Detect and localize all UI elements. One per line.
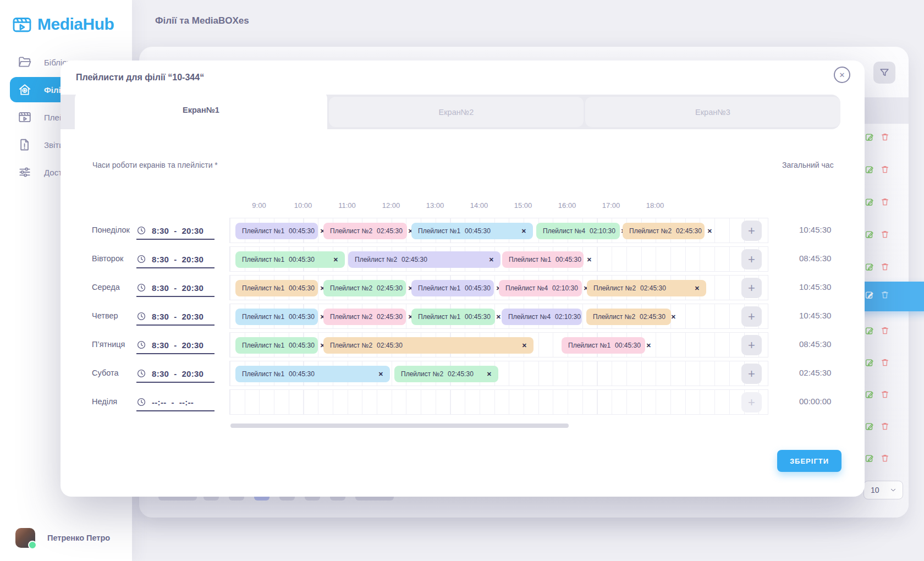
user-profile[interactable]: Петренко Петро [15, 528, 110, 548]
playlist-chip[interactable]: Плейлист №2 02:45:30 ✕ [323, 309, 406, 325]
trash-icon[interactable] [880, 229, 890, 239]
schedule-track: Плейлист №1 00:45:30 ✕ Плейлист №2 02:45… [229, 332, 768, 358]
chip-label: Плейлист №1 [568, 342, 610, 349]
playlist-chip[interactable]: Плейлист №4 02:10:30 ✕ [499, 280, 582, 296]
chip-label: Плейлист №4 [543, 227, 585, 235]
playlist-chip[interactable]: Плейлист №2 02:45:30 ✕ [323, 337, 534, 354]
add-playlist-button[interactable]: + [741, 364, 762, 384]
remove-chip-icon[interactable]: ✕ [491, 314, 501, 321]
add-playlist-button[interactable]: + [741, 221, 762, 241]
chip-label: Плейлист №1 [242, 342, 284, 349]
playlist-chip[interactable]: Плейлист №1 00:45:30 ✕ [235, 309, 318, 325]
playlist-chip[interactable]: Плейлист №4 02:10:30 ✕ [536, 223, 620, 239]
remove-chip-icon[interactable]: ✕ [581, 256, 592, 263]
trash-icon[interactable] [880, 421, 890, 431]
remove-chip-icon[interactable]: ✕ [328, 256, 338, 263]
tab-screen-3[interactable]: Екран№3 [585, 97, 840, 127]
day-total-time: 10:45:30 [799, 282, 831, 292]
report-icon [18, 138, 32, 152]
add-playlist-button[interactable]: + [741, 335, 762, 355]
work-hours-input[interactable]: 8:30 - 20:30 [136, 251, 215, 268]
clock-icon [136, 311, 146, 321]
playlist-chip[interactable]: Плейлист №1 00:45:30 ✕ [411, 309, 495, 325]
remove-chip-icon[interactable]: ✕ [666, 314, 676, 321]
remove-chip-icon[interactable]: ✕ [641, 342, 651, 349]
edit-icon[interactable] [865, 453, 875, 463]
chip-label: Плейлист №2 [330, 227, 372, 235]
remove-chip-icon[interactable]: ✕ [373, 371, 383, 378]
work-hours-input[interactable]: 8:30 - 20:30 [136, 279, 215, 297]
time-axis-label: 10:00 [294, 201, 312, 210]
edit-icon[interactable] [865, 197, 875, 207]
playlist-chip[interactable]: Плейлист №2 02:45:30 ✕ [348, 251, 501, 268]
remove-chip-icon[interactable]: ✕ [481, 371, 492, 378]
playlist-chip[interactable]: Плейлист №1 00:45:30 ✕ [235, 337, 318, 354]
work-hours-input[interactable]: 8:30 - 20:30 [136, 365, 215, 383]
trash-icon[interactable] [880, 389, 890, 399]
playlist-chip[interactable]: Плейлист №1 00:45:30 ✕ [235, 251, 345, 268]
selected-table-row[interactable] [855, 282, 924, 311]
filter-button[interactable] [873, 62, 895, 84]
edit-icon[interactable] [865, 389, 875, 399]
playlist-chip[interactable]: Плейлист №1 00:45:30 ✕ [411, 223, 533, 239]
edit-icon[interactable] [865, 326, 875, 336]
playlist-chip[interactable]: Плейлист №1 00:45:30 ✕ [562, 337, 645, 354]
edit-icon[interactable] [865, 132, 875, 142]
playlist-chip[interactable]: Плейлист №1 00:45:30 ✕ [411, 280, 494, 296]
horizontal-scrollbar[interactable] [230, 424, 569, 428]
trash-icon[interactable] [880, 358, 890, 367]
playlist-chip[interactable]: Плейлист №2 02:45:30 ✕ [323, 280, 406, 296]
modal-title: Плейлисти для філії “10-344“ [76, 73, 204, 82]
work-hours-input[interactable]: --:-- - --:-- [136, 394, 215, 411]
work-hours-input[interactable]: 8:30 - 20:30 [136, 308, 215, 326]
chip-duration: 02:45:30 [448, 370, 474, 378]
trash-icon[interactable] [880, 197, 890, 207]
edit-icon[interactable] [865, 229, 875, 239]
playlist-chip[interactable]: Плейлист №2 02:45:30 ✕ [586, 309, 671, 325]
chip-duration: 02:45:30 [377, 342, 403, 349]
trash-icon[interactable] [880, 326, 890, 336]
add-playlist-button[interactable]: + [741, 306, 762, 327]
work-hours-input[interactable]: 8:30 - 20:30 [136, 337, 215, 354]
close-icon[interactable]: ✕ [834, 67, 850, 83]
work-hours-input[interactable]: 8:30 - 20:30 [136, 222, 215, 240]
edit-icon[interactable] [865, 164, 875, 174]
edit-icon[interactable] [865, 421, 875, 431]
playlist-chip[interactable]: Плейлист №2 02:45:30 ✕ [623, 223, 705, 239]
schedule-track: Плейлист №1 00:45:30 ✕ Плейлист №2 02:45… [229, 246, 768, 272]
trash-icon[interactable] [880, 164, 890, 174]
remove-chip-icon[interactable]: ✕ [516, 342, 527, 349]
edit-icon[interactable] [865, 262, 875, 272]
tab-screen-2[interactable]: Екран№2 [329, 97, 584, 127]
page-title: Філії та MediaBOXes [155, 15, 249, 26]
remove-chip-icon[interactable]: ✕ [516, 228, 526, 235]
trash-icon[interactable] [880, 132, 890, 142]
edit-icon[interactable] [865, 358, 875, 367]
tab-screen-1[interactable]: Екран№1 [75, 90, 327, 129]
chip-label: Плейлист №1 [242, 370, 284, 378]
rows-per-page-select[interactable]: 10 [864, 481, 903, 499]
playlist-chip[interactable]: Плейлист №1 00:45:30 ✕ [235, 280, 318, 296]
add-playlist-button[interactable]: + [741, 249, 762, 270]
playlist-chip[interactable]: Плейлист №1 00:45:30 ✕ [502, 251, 584, 268]
playlist-chip[interactable]: Плейлист №2 02:45:30 ✕ [323, 223, 407, 239]
remove-chip-icon[interactable]: ✕ [483, 256, 494, 263]
edit-icon[interactable] [865, 290, 875, 300]
chip-duration: 02:45:30 [377, 313, 403, 321]
remove-chip-icon[interactable]: ✕ [689, 285, 700, 292]
add-playlist-button[interactable]: + [741, 278, 762, 298]
playlist-chip[interactable]: Плейлист №2 02:45:30 ✕ [394, 366, 498, 382]
remove-chip-icon[interactable]: ✕ [702, 228, 712, 235]
trash-icon[interactable] [880, 290, 890, 300]
playlist-chip[interactable]: Плейлист №1 00:45:30 ✕ [235, 366, 390, 382]
save-button[interactable]: ЗБЕРІГТИ [777, 450, 842, 472]
playlist-chip[interactable]: Плейлист №4 02:10:30 ✕ [502, 309, 582, 325]
work-hours-value: 8:30 - 20:30 [152, 283, 204, 293]
playlist-chip[interactable]: Плейлист №2 02:45:30 ✕ [587, 280, 706, 296]
playlist-chip[interactable]: Плейлист №1 00:45:30 ✕ [235, 223, 318, 239]
logo[interactable]: MediaHub [11, 14, 114, 34]
trash-icon[interactable] [880, 262, 890, 272]
trash-icon[interactable] [880, 453, 890, 463]
chip-label: Плейлист №1 [242, 256, 284, 263]
chip-duration: 02:45:30 [377, 227, 403, 235]
